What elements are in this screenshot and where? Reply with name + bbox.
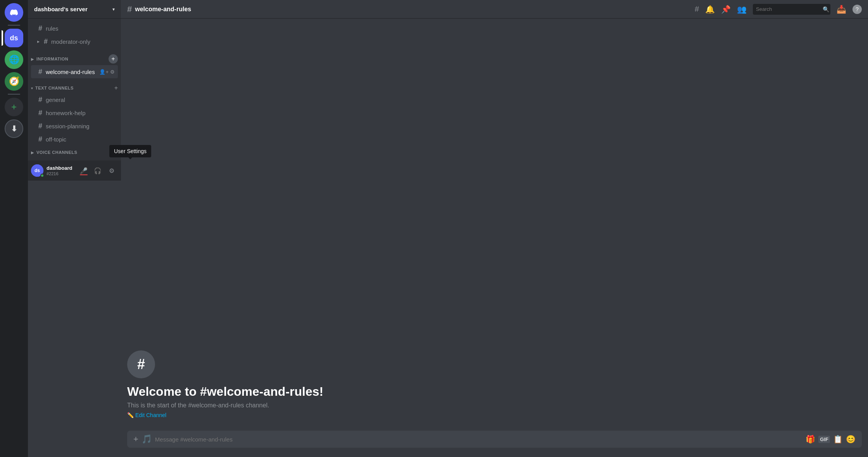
section-arrow-icon: ▶ [31,57,34,61]
user-settings-button[interactable]: ⚙ [105,164,118,177]
main-content: # welcome-and-rules # 🔔 📌 👥 🔍 📥 ? # Welc… [121,0,868,457]
section-information: ▶ INFORMATION + [28,48,121,65]
svg-text:ds: ds [35,168,40,173]
channel-sidebar: dashboard's server ▾ # rules ▶ # moderat… [28,0,121,457]
threads-icon[interactable]: # [695,5,699,14]
channel-welcome: # Welcome to #welcome-and-rules! This is… [121,350,868,424]
section-arrow-text-icon: ▾ [31,86,33,90]
pin-icon[interactable]: 📌 [721,5,731,14]
server-icon-add[interactable]: + [5,98,23,116]
section-add-text-button[interactable]: + [114,85,118,91]
pencil-icon: ✏️ [127,412,134,418]
channel-item-general[interactable]: # general [31,93,118,106]
hash-icon-6: # [37,122,43,130]
search-bar[interactable]: 🔍 [753,4,830,15]
section-label-text-channels[interactable]: TEXT CHANNELS [35,86,74,90]
server-list: ds 🌐 🧭 + ⬇ [0,0,28,457]
section-information-left: ▶ INFORMATION [31,57,68,61]
hash-icon-4: # [37,96,43,104]
add-member-icon[interactable]: 👤+ [99,69,109,75]
channel-name-off-topic: off-topic [46,136,66,143]
status-indicator [40,174,44,178]
sticker-icon[interactable]: 📋 [833,435,843,444]
channel-header-name: welcome-and-rules [135,6,191,13]
user-settings-tooltip: User Settings [109,145,151,157]
members-icon[interactable]: 👥 [737,5,747,14]
headphones-button[interactable]: 🎧 [91,164,104,177]
emoji-sticker-icon[interactable]: 🎵 [142,434,152,444]
inbox-icon[interactable]: 📥 [837,5,846,14]
hash-icon-2: # [43,38,49,46]
section-arrow-voice-icon: ▶ [31,150,34,155]
section-voice-left: ▶ VOICE CHANNELS [31,150,77,155]
channel-item-off-topic[interactable]: # off-topic [31,133,118,146]
gif-icon[interactable]: GIF [818,436,830,443]
user-discriminator: #2216 [47,171,74,176]
channel-item-homework-help[interactable]: # homework-help [31,106,118,119]
user-panel: ds dashboard #2216 🎤 🎧 ⚙ [28,160,121,181]
user-avatar: ds [31,164,43,177]
server-icon-green[interactable]: 🌐 [5,50,23,69]
channel-name: rules [46,25,59,32]
gift-icon[interactable]: 🎁 [806,435,815,444]
server-icon-home[interactable] [5,3,23,22]
mute-line [80,174,88,175]
hash-icon-5: # [37,109,43,117]
mute-button[interactable]: 🎤 [78,164,90,177]
hash-icon: # [37,24,43,33]
channel-list: # rules ▶ # moderator-only ▶ INFORMATION… [28,19,121,160]
username: dashboard [47,165,74,171]
welcome-title: Welcome to #welcome-and-rules! [127,385,862,399]
section-voice-channels: ▶ VOICE CHANNELS + [28,147,121,157]
messages-area: # Welcome to #welcome-and-rules! This is… [121,19,868,431]
channel-header: # welcome-and-rules # 🔔 📌 👥 🔍 📥 ? [121,0,868,19]
user-info: dashboard #2216 [47,165,74,176]
active-indicator [2,30,3,46]
server-icon-compass[interactable]: 🧭 [5,72,23,91]
edit-channel-label: Edit Channel [135,412,166,418]
server-divider [8,25,20,26]
section-add-button-information[interactable]: + [109,54,118,64]
channel-name-moderator: moderator-only [51,38,90,45]
channel-item-actions: 👤+ ⚙ [99,69,115,75]
channel-name-session-planning: session-planning [46,123,90,129]
welcome-subtitle: This is the start of the #welcome-and-ru… [127,402,862,409]
server-icon-ds-wrapper: ds [5,29,23,47]
channel-item-moderator-only[interactable]: ▶ # moderator-only [31,35,118,48]
message-input-box: + 🎵 🎁 GIF 📋 😊 [127,431,862,448]
channel-item-welcome-and-rules[interactable]: # welcome-and-rules 👤+ ⚙ [31,65,118,78]
emoji-icon[interactable]: 😊 [846,435,856,444]
hash-icon-3: # [37,68,43,76]
user-actions: 🎤 🎧 ⚙ [78,164,118,177]
add-attachment-button[interactable]: + [133,434,138,444]
server-divider-2 [8,94,20,95]
channel-item-session-planning[interactable]: # session-planning [31,119,118,133]
section-label-information[interactable]: INFORMATION [36,57,68,61]
channel-item-rules[interactable]: # rules [31,22,118,35]
channel-name-general: general [46,97,65,103]
bullet-icon: ▶ [37,40,40,43]
channel-name-homework-help: homework-help [46,110,86,116]
message-input[interactable] [155,436,802,443]
search-icon: 🔍 [823,6,829,12]
notifications-icon[interactable]: 🔔 [705,5,715,14]
header-actions: # 🔔 📌 👥 🔍 📥 ? [695,4,862,15]
search-input[interactable] [756,6,821,12]
server-name: dashboard's server [34,6,88,12]
channel-name-welcome: welcome-and-rules [46,69,95,75]
chevron-down-icon: ▾ [112,7,115,12]
server-icon-download[interactable]: ⬇ [5,119,23,138]
section-text-channels: ▾ TEXT CHANNELS + [28,78,121,93]
section-label-voice-channels[interactable]: VOICE CHANNELS [36,150,77,155]
server-icon-ds[interactable]: ds [5,29,23,47]
message-input-actions: 🎁 GIF 📋 😊 [806,435,856,444]
welcome-icon: # [127,350,155,378]
settings-icon[interactable]: ⚙ [110,69,115,75]
channel-header-hash-icon: # [127,4,132,14]
hash-icon-7: # [37,135,43,143]
section-text-left: ▾ TEXT CHANNELS [31,86,74,90]
server-header[interactable]: dashboard's server ▾ [28,0,121,19]
help-icon[interactable]: ? [852,5,862,14]
message-input-area: + 🎵 🎁 GIF 📋 😊 [121,431,868,457]
edit-channel-link[interactable]: ✏️ Edit Channel [127,412,862,418]
